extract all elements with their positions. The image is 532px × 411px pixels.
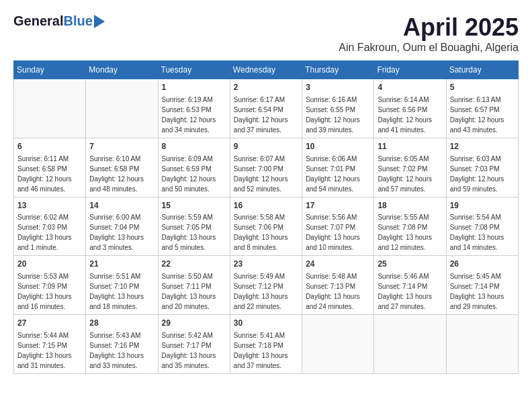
day-number: 20 <box>17 259 82 270</box>
day-number: 13 <box>17 200 82 212</box>
col-sunday: Sunday <box>14 61 86 79</box>
calendar-cell: 15Sunrise: 5:59 AMSunset: 7:05 PMDayligh… <box>158 197 230 256</box>
calendar-cell: 4Sunrise: 6:14 AMSunset: 6:56 PMDaylight… <box>374 79 446 138</box>
day-number: 9 <box>234 141 298 152</box>
calendar-cell: 11Sunrise: 6:05 AMSunset: 7:02 PMDayligh… <box>374 138 446 197</box>
calendar-cell: 13Sunrise: 6:02 AMSunset: 7:03 PMDayligh… <box>14 197 86 256</box>
day-number: 5 <box>450 82 515 93</box>
day-info: Sunrise: 6:14 AMSunset: 6:56 PMDaylight:… <box>378 95 442 135</box>
day-info: Sunrise: 6:06 AMSunset: 7:01 PMDaylight:… <box>306 154 370 194</box>
day-info: Sunrise: 6:16 AMSunset: 6:55 PMDaylight:… <box>306 95 370 135</box>
day-info: Sunrise: 5:42 AMSunset: 7:17 PMDaylight:… <box>162 330 226 371</box>
calendar-cell: 23Sunrise: 5:49 AMSunset: 7:12 PMDayligh… <box>230 256 302 315</box>
day-number: 21 <box>89 259 154 270</box>
day-number: 6 <box>17 141 82 152</box>
day-info: Sunrise: 5:41 AMSunset: 7:18 PMDaylight:… <box>234 330 298 371</box>
day-info: Sunrise: 6:11 AMSunset: 6:58 PMDaylight:… <box>17 154 82 194</box>
calendar-cell: 17Sunrise: 5:56 AMSunset: 7:07 PMDayligh… <box>302 197 374 256</box>
calendar-cell: 12Sunrise: 6:03 AMSunset: 7:03 PMDayligh… <box>446 138 518 197</box>
day-number: 11 <box>378 141 442 152</box>
col-thursday: Thursday <box>302 61 374 79</box>
calendar-cell: 22Sunrise: 5:50 AMSunset: 7:11 PMDayligh… <box>158 256 230 315</box>
calendar-cell: 14Sunrise: 6:00 AMSunset: 7:04 PMDayligh… <box>86 197 158 256</box>
day-number: 29 <box>162 318 226 329</box>
calendar-cell <box>86 79 158 138</box>
day-number: 2 <box>234 82 298 93</box>
day-number: 22 <box>162 259 226 270</box>
day-info: Sunrise: 5:55 AMSunset: 7:08 PMDaylight:… <box>378 212 442 253</box>
day-number: 16 <box>234 200 298 212</box>
calendar-cell: 10Sunrise: 6:06 AMSunset: 7:01 PMDayligh… <box>302 138 374 197</box>
calendar-week-row: 27Sunrise: 5:44 AMSunset: 7:15 PMDayligh… <box>14 315 519 374</box>
day-info: Sunrise: 5:56 AMSunset: 7:07 PMDaylight:… <box>306 212 370 253</box>
day-number: 4 <box>378 82 442 93</box>
calendar-cell: 16Sunrise: 5:58 AMSunset: 7:06 PMDayligh… <box>230 197 302 256</box>
day-number: 24 <box>306 259 370 270</box>
day-info: Sunrise: 5:54 AMSunset: 7:08 PMDaylight:… <box>450 212 515 253</box>
day-number: 28 <box>89 318 154 329</box>
day-info: Sunrise: 6:00 AMSunset: 7:04 PMDaylight:… <box>89 212 154 253</box>
day-number: 3 <box>306 82 370 93</box>
day-number: 1 <box>162 82 226 93</box>
day-info: Sunrise: 5:46 AMSunset: 7:14 PMDaylight:… <box>378 271 442 312</box>
calendar-cell: 24Sunrise: 5:48 AMSunset: 7:13 PMDayligh… <box>302 256 374 315</box>
calendar-cell: 26Sunrise: 5:45 AMSunset: 7:14 PMDayligh… <box>446 256 518 315</box>
calendar-cell <box>446 315 518 374</box>
day-info: Sunrise: 6:05 AMSunset: 7:02 PMDaylight:… <box>378 154 442 194</box>
logo-general: General <box>13 13 63 29</box>
calendar-week-row: 6Sunrise: 6:11 AMSunset: 6:58 PMDaylight… <box>14 138 519 197</box>
calendar-cell <box>374 315 446 374</box>
calendar-cell: 28Sunrise: 5:43 AMSunset: 7:16 PMDayligh… <box>86 315 158 374</box>
day-number: 19 <box>450 200 515 212</box>
day-number: 23 <box>234 259 298 270</box>
calendar-cell <box>14 79 86 138</box>
calendar-cell: 2Sunrise: 6:17 AMSunset: 6:54 PMDaylight… <box>230 79 302 138</box>
col-saturday: Saturday <box>446 61 518 79</box>
day-info: Sunrise: 5:59 AMSunset: 7:05 PMDaylight:… <box>162 212 226 253</box>
day-info: Sunrise: 6:13 AMSunset: 6:57 PMDaylight:… <box>450 95 515 135</box>
calendar-cell: 8Sunrise: 6:09 AMSunset: 6:59 PMDaylight… <box>158 138 230 197</box>
col-friday: Friday <box>374 61 446 79</box>
month-title: April 2025 <box>339 13 519 42</box>
day-info: Sunrise: 5:49 AMSunset: 7:12 PMDaylight:… <box>234 271 298 312</box>
day-info: Sunrise: 6:02 AMSunset: 7:03 PMDaylight:… <box>17 212 82 253</box>
day-number: 26 <box>450 259 515 270</box>
calendar-cell: 20Sunrise: 5:53 AMSunset: 7:09 PMDayligh… <box>14 256 86 315</box>
day-info: Sunrise: 6:19 AMSunset: 6:53 PMDaylight:… <box>162 95 226 135</box>
day-number: 10 <box>306 141 370 152</box>
calendar-cell: 5Sunrise: 6:13 AMSunset: 6:57 PMDaylight… <box>446 79 518 138</box>
calendar-week-row: 13Sunrise: 6:02 AMSunset: 7:03 PMDayligh… <box>14 197 519 256</box>
calendar-cell <box>302 315 374 374</box>
calendar-week-row: 1Sunrise: 6:19 AMSunset: 6:53 PMDaylight… <box>14 79 519 138</box>
calendar-cell: 19Sunrise: 5:54 AMSunset: 7:08 PMDayligh… <box>446 197 518 256</box>
logo: General Blue <box>13 13 105 29</box>
day-info: Sunrise: 6:09 AMSunset: 6:59 PMDaylight:… <box>162 154 226 194</box>
day-number: 12 <box>450 141 515 152</box>
day-number: 17 <box>306 200 370 212</box>
page-header: General Blue April 2025 Ain Fakroun, Oum… <box>13 13 519 54</box>
calendar-cell: 30Sunrise: 5:41 AMSunset: 7:18 PMDayligh… <box>230 315 302 374</box>
title-area: April 2025 Ain Fakroun, Oum el Bouaghi, … <box>339 13 519 54</box>
calendar-cell: 18Sunrise: 5:55 AMSunset: 7:08 PMDayligh… <box>374 197 446 256</box>
day-info: Sunrise: 5:58 AMSunset: 7:06 PMDaylight:… <box>234 212 298 253</box>
calendar-table: Sunday Monday Tuesday Wednesday Thursday… <box>13 60 519 374</box>
calendar-cell: 27Sunrise: 5:44 AMSunset: 7:15 PMDayligh… <box>14 315 86 374</box>
day-info: Sunrise: 5:45 AMSunset: 7:14 PMDaylight:… <box>450 271 515 312</box>
calendar-week-row: 20Sunrise: 5:53 AMSunset: 7:09 PMDayligh… <box>14 256 519 315</box>
logo-arrow-icon <box>94 15 105 28</box>
day-info: Sunrise: 5:43 AMSunset: 7:16 PMDaylight:… <box>89 330 154 371</box>
calendar-cell: 6Sunrise: 6:11 AMSunset: 6:58 PMDaylight… <box>14 138 86 197</box>
day-number: 8 <box>162 141 226 152</box>
day-number: 30 <box>234 318 298 329</box>
col-tuesday: Tuesday <box>158 61 230 79</box>
day-info: Sunrise: 6:03 AMSunset: 7:03 PMDaylight:… <box>450 154 515 194</box>
day-info: Sunrise: 6:17 AMSunset: 6:54 PMDaylight:… <box>234 95 298 135</box>
day-info: Sunrise: 6:07 AMSunset: 7:00 PMDaylight:… <box>234 154 298 194</box>
calendar-cell: 9Sunrise: 6:07 AMSunset: 7:00 PMDaylight… <box>230 138 302 197</box>
day-info: Sunrise: 5:50 AMSunset: 7:11 PMDaylight:… <box>162 271 226 312</box>
calendar-cell: 3Sunrise: 6:16 AMSunset: 6:55 PMDaylight… <box>302 79 374 138</box>
calendar-cell: 25Sunrise: 5:46 AMSunset: 7:14 PMDayligh… <box>374 256 446 315</box>
calendar-cell: 29Sunrise: 5:42 AMSunset: 7:17 PMDayligh… <box>158 315 230 374</box>
day-info: Sunrise: 5:53 AMSunset: 7:09 PMDaylight:… <box>17 271 82 312</box>
day-number: 18 <box>378 200 442 212</box>
